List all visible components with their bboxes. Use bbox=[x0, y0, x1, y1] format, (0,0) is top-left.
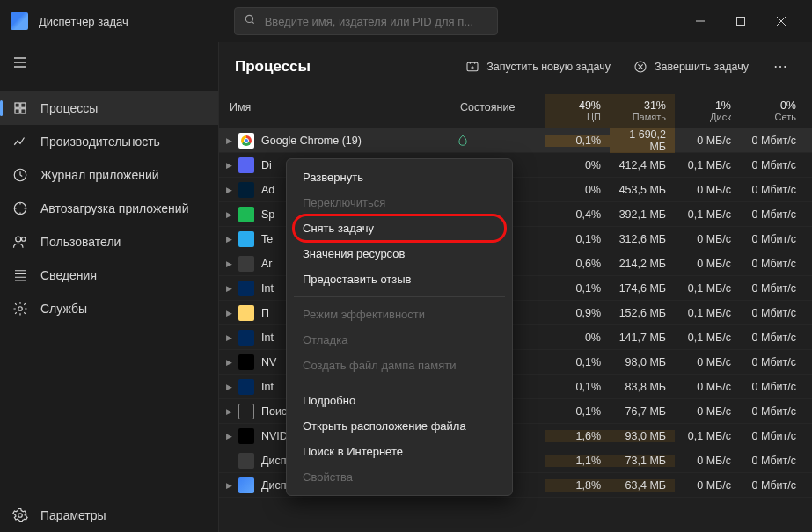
column-status[interactable]: Состояние bbox=[457, 94, 545, 128]
close-button[interactable] bbox=[761, 7, 801, 35]
svg-point-10 bbox=[18, 307, 23, 311]
cell-memory: 312,6 МБ bbox=[610, 233, 675, 245]
svg-rect-1 bbox=[737, 18, 745, 26]
sidebar-item-processes[interactable]: Процессы bbox=[0, 91, 218, 125]
sidebar-item-users[interactable]: Пользователи bbox=[0, 225, 218, 259]
context-item[interactable]: Подробно bbox=[287, 388, 512, 413]
cell-memory: 174,6 МБ bbox=[610, 282, 675, 295]
expand-chevron-icon[interactable]: ▶ bbox=[219, 383, 238, 391]
run-new-task-button[interactable]: Запустить новую задачу bbox=[460, 56, 616, 77]
sidebar-item-startup[interactable]: Автозагрузка приложений bbox=[0, 192, 218, 225]
column-memory[interactable]: 31% Память bbox=[610, 94, 675, 128]
menu-toggle[interactable] bbox=[0, 47, 218, 81]
expand-chevron-icon[interactable]: ▶ bbox=[219, 481, 238, 490]
window-title: Диспетчер задач bbox=[39, 15, 128, 28]
column-cpu[interactable]: 49% ЦП bbox=[545, 94, 610, 128]
expand-chevron-icon[interactable]: ▶ bbox=[219, 432, 238, 441]
cell-cpu: 0,6% bbox=[545, 258, 610, 270]
search-input[interactable] bbox=[265, 15, 488, 28]
expand-chevron-icon[interactable]: ▶ bbox=[219, 210, 238, 219]
context-item: Режим эффективности bbox=[287, 302, 512, 327]
cell-disk: 0,1 МБ/с bbox=[675, 159, 740, 171]
process-icon bbox=[238, 404, 254, 419]
cell-cpu: 0,1% bbox=[545, 233, 610, 245]
svg-rect-5 bbox=[21, 109, 26, 113]
process-icon bbox=[238, 256, 254, 272]
gear-icon bbox=[12, 507, 28, 523]
expand-chevron-icon[interactable]: ▶ bbox=[219, 235, 238, 244]
cell-disk: 0,1 МБ/с bbox=[675, 282, 740, 295]
titlebar: Диспетчер задач bbox=[0, 0, 812, 42]
expand-chevron-icon[interactable]: ▶ bbox=[219, 284, 238, 293]
page-title: Процессы bbox=[235, 58, 311, 76]
processes-icon bbox=[12, 100, 28, 116]
process-icon bbox=[238, 428, 254, 444]
context-item[interactable]: Развернуть bbox=[287, 164, 512, 190]
cell-network: 0 Мбит/с bbox=[740, 307, 805, 319]
cell-network: 0 Мбит/с bbox=[740, 405, 805, 418]
cell-disk: 0 МБ/с bbox=[675, 233, 740, 245]
page-header: Процессы Запустить новую задачу Завершит… bbox=[219, 42, 812, 94]
column-disk[interactable]: 1% Диск bbox=[675, 94, 740, 128]
expand-chevron-icon[interactable]: ▶ bbox=[219, 161, 238, 170]
details-icon bbox=[12, 267, 28, 283]
expand-chevron-icon[interactable]: ▶ bbox=[219, 309, 238, 317]
cell-cpu: 1,6% bbox=[545, 430, 610, 442]
cell-disk: 0,1 МБ/с bbox=[675, 307, 740, 319]
cell-memory: 392,1 МБ bbox=[610, 208, 675, 221]
expand-chevron-icon[interactable]: ▶ bbox=[219, 358, 238, 367]
process-icon bbox=[238, 453, 254, 469]
svg-rect-4 bbox=[15, 109, 19, 113]
cell-disk: 0 МБ/с bbox=[675, 356, 740, 368]
context-item: Отладка bbox=[287, 327, 512, 353]
context-item[interactable]: Значения ресурсов bbox=[287, 241, 512, 266]
cell-memory: 63,4 МБ bbox=[610, 479, 675, 492]
context-item: Создать файл дампа памяти bbox=[287, 353, 512, 378]
services-icon bbox=[12, 301, 28, 317]
column-network[interactable]: 0% Сеть bbox=[740, 94, 805, 128]
cell-cpu: 0% bbox=[545, 332, 610, 344]
process-icon bbox=[238, 231, 254, 247]
cell-memory: 1 690,2 МБ bbox=[610, 128, 675, 153]
process-status bbox=[457, 135, 545, 147]
process-icon bbox=[238, 133, 254, 149]
sidebar-item-performance[interactable]: Производительность bbox=[0, 125, 218, 158]
cell-cpu: 0,1% bbox=[545, 405, 610, 418]
sidebar-item-label: Журнал приложений bbox=[40, 168, 159, 182]
sidebar-item-label: Производительность bbox=[40, 135, 160, 149]
cell-cpu: 0,1% bbox=[545, 282, 610, 295]
expand-chevron-icon[interactable]: ▶ bbox=[219, 186, 238, 194]
context-item: Переключиться bbox=[287, 190, 512, 215]
context-item[interactable]: Поиск в Интернете bbox=[287, 439, 512, 464]
cell-memory: 83,8 МБ bbox=[610, 381, 675, 393]
cell-network: 0 Мбит/с bbox=[740, 159, 805, 171]
cell-cpu: 0,9% bbox=[545, 307, 610, 319]
more-button[interactable]: ⋯ bbox=[766, 55, 796, 78]
expand-chevron-icon[interactable]: ▶ bbox=[219, 259, 238, 268]
sidebar-item-services[interactable]: Службы bbox=[0, 292, 218, 325]
context-item[interactable]: Открыть расположение файла bbox=[287, 413, 512, 439]
expand-chevron-icon[interactable]: ▶ bbox=[219, 407, 238, 416]
cell-cpu: 0,1% bbox=[545, 356, 610, 368]
sidebar-item-app-history[interactable]: Журнал приложений bbox=[0, 158, 218, 192]
expand-chevron-icon[interactable]: ▶ bbox=[219, 136, 238, 145]
cell-network: 0 Мбит/с bbox=[740, 184, 805, 196]
process-icon bbox=[238, 477, 254, 493]
cell-disk: 0,1 МБ/с bbox=[675, 208, 740, 221]
search-box[interactable] bbox=[234, 7, 498, 35]
maximize-button[interactable] bbox=[721, 7, 761, 35]
expand-chevron-icon[interactable]: ▶ bbox=[219, 333, 238, 342]
sidebar-item-settings[interactable]: Параметры bbox=[0, 499, 218, 532]
context-item[interactable]: Снять задачу bbox=[287, 215, 512, 241]
process-icon bbox=[238, 354, 254, 370]
cell-disk: 0,1 МБ/с bbox=[675, 332, 740, 344]
svg-point-9 bbox=[22, 237, 26, 242]
table-row[interactable]: ▶Google Chrome (19)0,1%1 690,2 МБ0 МБ/с0… bbox=[219, 128, 812, 153]
cell-disk: 0 МБ/с bbox=[675, 381, 740, 393]
context-item[interactable]: Предоставить отзыв bbox=[287, 266, 512, 292]
end-task-button[interactable]: Завершить задачу bbox=[628, 56, 754, 77]
cell-memory: 453,5 МБ bbox=[610, 184, 675, 196]
column-name[interactable]: Имя bbox=[219, 94, 457, 128]
minimize-button[interactable] bbox=[680, 7, 721, 35]
sidebar-item-details[interactable]: Сведения bbox=[0, 259, 218, 292]
